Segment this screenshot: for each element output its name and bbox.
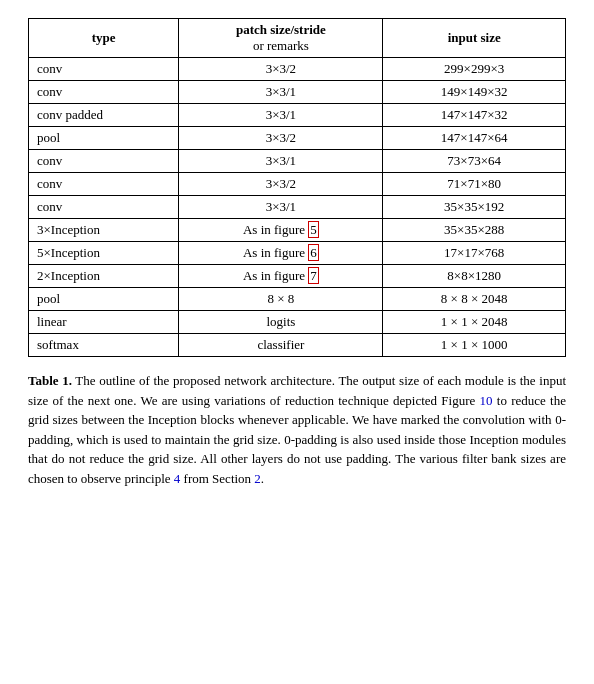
cell-input: 35×35×288 xyxy=(383,219,566,242)
cell-input: 8 × 8 × 2048 xyxy=(383,288,566,311)
cell-input: 73×73×64 xyxy=(383,150,566,173)
caption-middle2: from Section xyxy=(180,471,254,486)
cell-type: conv xyxy=(29,58,179,81)
cell-patch: 3×3/2 xyxy=(179,173,383,196)
cell-input: 147×147×64 xyxy=(383,127,566,150)
header-patch: patch size/stride or remarks xyxy=(179,19,383,58)
table-row: pool3×3/2147×147×64 xyxy=(29,127,566,150)
table-row: conv3×3/173×73×64 xyxy=(29,150,566,173)
caption-link-10[interactable]: 10 xyxy=(480,393,493,408)
table-row: softmaxclassifier1 × 1 × 1000 xyxy=(29,334,566,357)
table-row: 3×InceptionAs in figure 535×35×288 xyxy=(29,219,566,242)
cell-patch: 3×3/2 xyxy=(179,127,383,150)
cell-type: pool xyxy=(29,127,179,150)
cell-patch: logits xyxy=(179,311,383,334)
architecture-table-container: type patch size/stride or remarks input … xyxy=(28,18,566,357)
table-row: 5×InceptionAs in figure 617×17×768 xyxy=(29,242,566,265)
cell-patch: 3×3/1 xyxy=(179,81,383,104)
cell-patch: 3×3/1 xyxy=(179,196,383,219)
cell-type: 2×Inception xyxy=(29,265,179,288)
cell-patch: 3×3/1 xyxy=(179,104,383,127)
table-row: linearlogits1 × 1 × 2048 xyxy=(29,311,566,334)
highlighted-number: 5 xyxy=(308,221,319,238)
cell-type: conv xyxy=(29,173,179,196)
cell-type: 3×Inception xyxy=(29,219,179,242)
cell-patch: As in figure 6 xyxy=(179,242,383,265)
cell-type: softmax xyxy=(29,334,179,357)
cell-input: 8×8×1280 xyxy=(383,265,566,288)
header-patch-sub: or remarks xyxy=(253,38,309,53)
cell-type: conv xyxy=(29,150,179,173)
highlighted-number: 6 xyxy=(308,244,319,261)
table-row: conv3×3/271×71×80 xyxy=(29,173,566,196)
table-row: pool8 × 88 × 8 × 2048 xyxy=(29,288,566,311)
cell-patch: 8 × 8 xyxy=(179,288,383,311)
cell-patch: As in figure 5 xyxy=(179,219,383,242)
cell-patch: 3×3/1 xyxy=(179,150,383,173)
table-row: conv3×3/135×35×192 xyxy=(29,196,566,219)
cell-input: 1 × 1 × 1000 xyxy=(383,334,566,357)
caption-end: . xyxy=(261,471,264,486)
cell-type: 5×Inception xyxy=(29,242,179,265)
cell-type: pool xyxy=(29,288,179,311)
cell-type: conv padded xyxy=(29,104,179,127)
cell-type: linear xyxy=(29,311,179,334)
caption-title: Table 1. xyxy=(28,373,72,388)
table-caption: Table 1. The outline of the proposed net… xyxy=(28,371,566,488)
cell-type: conv xyxy=(29,196,179,219)
cell-patch: classifier xyxy=(179,334,383,357)
table-row: 2×InceptionAs in figure 78×8×1280 xyxy=(29,265,566,288)
architecture-table: type patch size/stride or remarks input … xyxy=(28,18,566,357)
cell-input: 71×71×80 xyxy=(383,173,566,196)
cell-input: 147×147×32 xyxy=(383,104,566,127)
cell-input: 1 × 1 × 2048 xyxy=(383,311,566,334)
table-row: conv3×3/1149×149×32 xyxy=(29,81,566,104)
cell-type: conv xyxy=(29,81,179,104)
cell-input: 149×149×32 xyxy=(383,81,566,104)
table-row: conv3×3/2299×299×3 xyxy=(29,58,566,81)
highlighted-number: 7 xyxy=(308,267,319,284)
table-row: conv padded3×3/1147×147×32 xyxy=(29,104,566,127)
cell-patch: As in figure 7 xyxy=(179,265,383,288)
header-type: type xyxy=(29,19,179,58)
cell-patch: 3×3/2 xyxy=(179,58,383,81)
header-input: input size xyxy=(383,19,566,58)
cell-input: 35×35×192 xyxy=(383,196,566,219)
cell-input: 299×299×3 xyxy=(383,58,566,81)
cell-input: 17×17×768 xyxy=(383,242,566,265)
header-patch-main: patch size/stride xyxy=(236,22,326,37)
